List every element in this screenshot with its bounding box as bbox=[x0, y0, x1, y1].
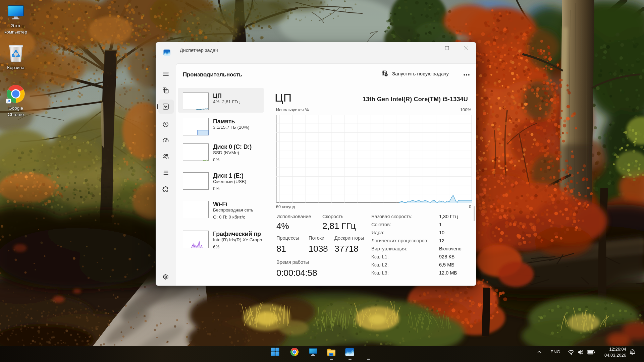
svg-text:z: z bbox=[631, 351, 633, 353]
svg-text:z: z bbox=[633, 350, 634, 352]
